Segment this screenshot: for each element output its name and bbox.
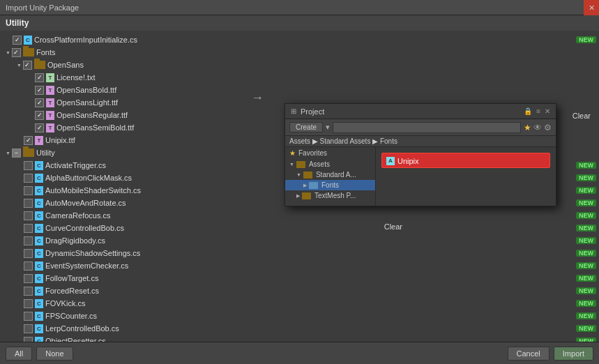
cancel-button[interactable]: Cancel (508, 347, 549, 361)
file-icon: C (35, 186, 43, 195)
popup-tree-standard[interactable]: ▼ Standard A... (285, 169, 375, 180)
checkbox[interactable] (13, 36, 22, 45)
popup-close-icon[interactable]: ✕ (545, 107, 550, 115)
popup-right-panel[interactable]: A Unipix (376, 147, 556, 206)
file-icon: C (35, 261, 43, 271)
file-icon: C (35, 287, 43, 296)
popup-favorites[interactable]: ★ Favorites (285, 147, 375, 159)
unipix-asset-item[interactable]: A Unipix (381, 153, 550, 168)
new-badge: NEW (576, 36, 596, 43)
item-label: AutoMobileShaderSwitch.cs (45, 186, 141, 195)
new-badge: NEW (576, 287, 596, 294)
checkbox[interactable] (35, 98, 44, 107)
new-badge: NEW (576, 212, 596, 219)
tree-item[interactable]: CDynamicShadowSettings.csNEW (0, 247, 599, 259)
checkbox[interactable] (24, 274, 33, 283)
tree-item[interactable]: ▼OpenSans (0, 59, 599, 71)
checkbox[interactable] (24, 287, 33, 296)
checkbox[interactable] (24, 174, 33, 183)
popup-toolbar: Create ▾ ★ 👁 ⚙ Clear (285, 119, 556, 136)
close-button[interactable]: ✕ (584, 0, 599, 15)
item-label: OpenSansSemiBold.ttf (56, 123, 134, 132)
tree-item[interactable]: TLicense!.txt (0, 71, 599, 84)
checkbox[interactable] (24, 136, 33, 145)
file-icon: T (46, 98, 54, 107)
item-label: CrossPlatformInputInitialize.cs (34, 36, 137, 44)
popup-search-input[interactable] (333, 122, 521, 133)
checkbox[interactable] (24, 312, 33, 321)
popup-left-panel[interactable]: ★ Favorites ▼ Assets ▼ Standard A... ▶ F… (285, 147, 376, 206)
breadcrumb-text: Assets ▶ Standard Assets ▶ Fonts (289, 137, 397, 145)
standard-label: Standard A... (316, 171, 356, 179)
tree-item[interactable]: ▼Fonts (0, 46, 599, 59)
all-button[interactable]: All (6, 347, 32, 361)
folder-triangle: ▼ (6, 151, 10, 156)
new-badge: NEW (576, 237, 596, 244)
tree-item[interactable]: CDragRigidbody.csNEW (0, 234, 599, 247)
checkbox[interactable] (24, 161, 33, 170)
checkbox[interactable] (23, 61, 32, 70)
checkbox[interactable] (24, 224, 33, 233)
unipix-asset-icon: A (386, 157, 395, 165)
checkbox[interactable] (24, 186, 33, 195)
checkbox[interactable] (24, 324, 33, 333)
checkbox[interactable] (24, 211, 33, 220)
item-label: FPSCounter.cs (45, 312, 97, 320)
tree-item[interactable]: CLerpControlledBob.csNEW (0, 322, 599, 335)
tree-item[interactable]: CObjectResetter.csNEW (0, 335, 599, 342)
popup-tree-fonts[interactable]: ▶ Fonts (285, 180, 375, 190)
checkbox[interactable] (35, 86, 44, 95)
popup-tree-textmesh[interactable]: ▶ TextMesh P... (285, 190, 375, 201)
popup-more-icon[interactable]: ≡ (536, 107, 540, 115)
fonts-folder-icon (309, 182, 318, 189)
bottom-bar: All None Cancel Import (0, 342, 599, 364)
tree-item[interactable]: TOpenSansBold.ttf (0, 84, 599, 96)
checkbox[interactable] (24, 261, 33, 271)
new-badge: NEW (576, 300, 596, 307)
popup-breadcrumb: Assets ▶ Standard Assets ▶ Fonts (285, 136, 556, 147)
checkbox[interactable] (24, 299, 33, 308)
tree-item[interactable]: CFPSCounter.csNEW (0, 310, 599, 322)
file-icon: T (35, 136, 43, 145)
clear-button[interactable]: Clear (384, 222, 402, 231)
tree-item[interactable]: CCurveControlledBob.csNEW (0, 222, 599, 234)
new-badge: NEW (576, 325, 596, 332)
checkbox[interactable] (24, 249, 33, 258)
checkbox[interactable] (24, 199, 33, 208)
checkbox[interactable] (24, 236, 33, 245)
tree-item[interactable]: CCrossPlatformInputInitialize.csNEW (0, 33, 599, 46)
checkbox[interactable] (12, 48, 21, 57)
item-label: AlphaButtonClickMask.cs (45, 174, 132, 182)
popup-tree-assets[interactable]: ▼ Assets (285, 159, 375, 169)
fonts-label: Fonts (321, 181, 339, 189)
clear-button-label[interactable]: Clear (573, 112, 591, 120)
folder-triangle: ▼ (17, 63, 22, 68)
item-label: CameraRefocus.cs (45, 211, 111, 220)
popup-lock-icon[interactable]: 🔒 (524, 107, 532, 115)
new-badge: NEW (576, 338, 596, 342)
item-label: OpenSansLight.ttf (56, 98, 118, 107)
checkbox[interactable] (24, 337, 33, 342)
tree-item[interactable]: CForcedReset.csNEW (0, 285, 599, 297)
checkbox[interactable] (35, 73, 44, 82)
textmesh-folder-icon (302, 192, 311, 199)
popup-settings-icon[interactable]: ⚙ (544, 123, 552, 132)
checkbox[interactable] (12, 149, 21, 158)
favorites-star-icon: ★ (289, 149, 296, 157)
new-badge: NEW (576, 275, 596, 282)
none-button[interactable]: None (36, 347, 73, 361)
popup-create-button[interactable]: Create (289, 122, 323, 132)
checkbox[interactable] (35, 123, 44, 132)
tree-item[interactable]: CCameraRefocus.csNEW (0, 209, 599, 222)
tree-item[interactable]: CFollowTarget.csNEW (0, 272, 599, 285)
import-button[interactable]: Import (554, 347, 593, 361)
checkbox[interactable] (35, 111, 44, 120)
title-bar: Import Unity Package ✕ (0, 0, 599, 15)
tree-item[interactable]: CEventSystemChecker.csNEW (0, 259, 599, 272)
item-label: AutoMoveAndRotate.cs (45, 199, 126, 207)
file-icon: C (24, 36, 32, 45)
tree-item[interactable]: CFOVKick.csNEW (0, 297, 599, 310)
folder-icon (23, 48, 34, 56)
item-label: Utility (36, 149, 55, 157)
popup-eye-icon[interactable]: 👁 (533, 123, 542, 132)
